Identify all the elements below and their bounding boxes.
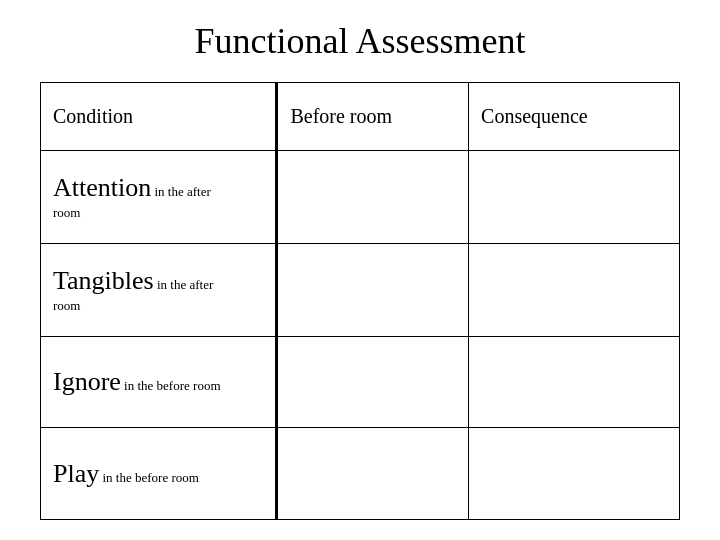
condition-label-large: Play [53,459,99,488]
condition-label-suffix: in the after [151,184,211,199]
condition-cell-1: Tangibles in the afterroom [41,243,277,336]
condition-label-suffix: in the after [154,277,214,292]
header-condition: Condition [41,83,277,151]
consequence-cell-0 [469,151,680,244]
condition-cell-0: Attention in the afterroom [41,151,277,244]
condition-label-large: Tangibles [53,266,154,295]
before-room-cell-3 [277,428,469,520]
consequence-cell-2 [469,336,680,428]
condition-label-large: Attention [53,173,151,202]
table-row: Play in the before room [41,428,680,520]
table-row: Tangibles in the afterroom [41,243,680,336]
assessment-table: Condition Before room Consequence Attent… [40,82,680,520]
condition-label-suffix: in the before room [121,378,221,393]
condition-label-large: Ignore [53,367,121,396]
table-header-row: Condition Before room Consequence [41,83,680,151]
consequence-cell-1 [469,243,680,336]
table-row: Attention in the afterroom [41,151,680,244]
before-room-cell-2 [277,336,469,428]
consequence-cell-3 [469,428,680,520]
condition-cell-3: Play in the before room [41,428,277,520]
condition-label-suffix: in the before room [99,470,199,485]
before-room-cell-1 [277,243,469,336]
header-before-room: Before room [277,83,469,151]
condition-label-sub: room [53,298,80,313]
condition-label-sub: room [53,205,80,220]
table-row: Ignore in the before room [41,336,680,428]
page-title: Functional Assessment [40,20,680,62]
before-room-cell-0 [277,151,469,244]
header-consequence: Consequence [469,83,680,151]
condition-cell-2: Ignore in the before room [41,336,277,428]
